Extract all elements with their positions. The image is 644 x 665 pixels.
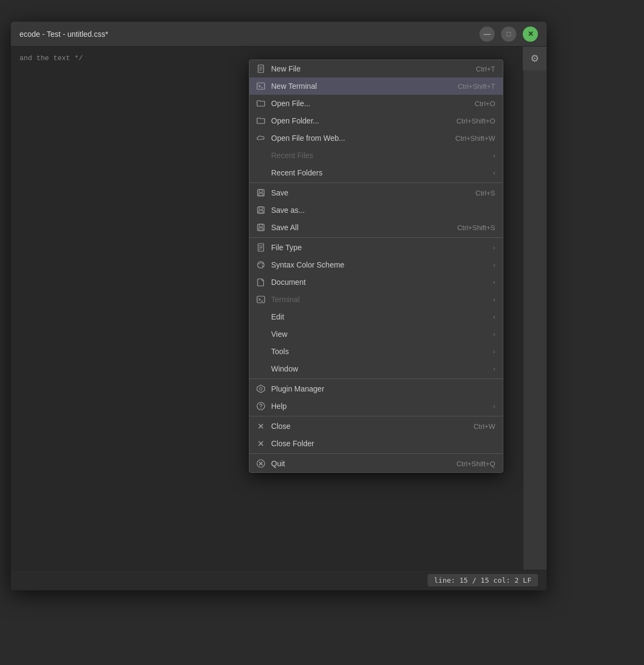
- plugin-icon: [256, 384, 266, 394]
- no-icon: [256, 347, 266, 356]
- menu-item-view[interactable]: View›: [249, 325, 503, 343]
- statusbar: line: 15 / 15 col: 2 LF: [11, 570, 547, 590]
- menu-item-plugin-manager[interactable]: Plugin Manager: [249, 380, 503, 397]
- menu-separator: [249, 237, 503, 238]
- menu-item-arrow: ›: [493, 348, 495, 355]
- cloud-icon: [256, 133, 266, 143]
- svg-point-20: [259, 263, 260, 264]
- svg-point-21: [260, 263, 261, 264]
- menu-item-label: Save as...: [271, 206, 495, 214]
- minimize-button[interactable]: —: [479, 27, 495, 42]
- close-x-icon: [256, 439, 266, 448]
- menu-item-open-file[interactable]: Open File...Ctrl+O: [249, 95, 503, 112]
- svg-rect-11: [259, 211, 263, 213]
- menu-item-save[interactable]: SaveCtrl+S: [249, 184, 503, 201]
- menu-item-open-folder[interactable]: Open Folder...Ctrl+Shift+O: [249, 112, 503, 129]
- terminal-icon: [256, 81, 266, 91]
- menu-item-label: Open Folder...: [271, 116, 451, 125]
- no-icon: [256, 364, 266, 374]
- menu-item-label: Plugin Manager: [271, 384, 495, 393]
- titlebar: ecode - Test - untitled.css* — □ ✕: [11, 22, 547, 47]
- menu-item-label: Help: [271, 402, 484, 410]
- palette-icon: [256, 260, 266, 270]
- menu-item-label: Open File from Web...: [271, 134, 450, 142]
- menu-item-document[interactable]: Document›: [249, 273, 503, 291]
- menu-item-quit[interactable]: QuitCtrl+Shift+Q: [249, 455, 503, 472]
- menu-item-arrow: ›: [493, 169, 495, 176]
- no-icon: [256, 312, 266, 322]
- menu-item-label: Open File...: [271, 99, 469, 108]
- svg-marker-26: [257, 385, 265, 393]
- menu-item-syntax-color[interactable]: Syntax Color Scheme›: [249, 256, 503, 273]
- menu-item-arrow: ›: [493, 403, 495, 409]
- svg-rect-7: [259, 190, 262, 192]
- menu-item-arrow: ›: [493, 366, 495, 372]
- maximize-button[interactable]: □: [501, 27, 516, 42]
- menu-item-open-file-web[interactable]: Open File from Web...Ctrl+Shift+W: [249, 129, 503, 147]
- save-icon: [256, 223, 266, 232]
- close-button[interactable]: ✕: [523, 27, 538, 42]
- menu-item-arrow: ›: [493, 152, 495, 159]
- menu-item-shortcut: Ctrl+S: [476, 189, 495, 197]
- menu-item-shortcut: Ctrl+Shift+T: [458, 82, 495, 90]
- status-text: line: 15 / 15 col: 2 LF: [428, 574, 538, 586]
- save-icon: [256, 205, 266, 215]
- menu-item-label: Recent Folders: [271, 168, 484, 177]
- menu-item-shortcut: Ctrl+T: [476, 65, 495, 73]
- gear-icon: ⚙: [530, 53, 539, 64]
- menu-item-arrow: ›: [493, 314, 495, 320]
- menu-item-label: Recent Files: [271, 151, 484, 160]
- menu-item-recent-folders[interactable]: Recent Folders›: [249, 164, 503, 181]
- menu-separator: [249, 416, 503, 416]
- menu-item-label: Save All: [271, 223, 452, 232]
- menu-item-terminal-sub: Terminal›: [249, 291, 503, 308]
- right-sidebar: [523, 70, 547, 590]
- menu-item-arrow: ›: [493, 331, 495, 337]
- menu-item-window[interactable]: Window›: [249, 360, 503, 377]
- svg-rect-8: [259, 193, 263, 195]
- svg-point-22: [262, 263, 263, 264]
- menu-item-edit[interactable]: Edit›: [249, 308, 503, 325]
- svg-rect-14: [259, 228, 263, 230]
- close-x-icon: [256, 421, 266, 431]
- menu-item-shortcut: Ctrl+O: [475, 100, 495, 108]
- menu-item-file-type[interactable]: File Type›: [249, 239, 503, 256]
- svg-rect-13: [259, 224, 262, 227]
- menu-item-recent-files: Recent Files›: [249, 147, 503, 164]
- file-icon: [256, 64, 266, 74]
- menu-item-label: Quit: [271, 459, 451, 468]
- menu-separator: [249, 379, 503, 379]
- folder-icon: [256, 116, 266, 126]
- menu-item-shortcut: Ctrl+Shift+O: [456, 117, 495, 125]
- quit-icon: [256, 459, 266, 468]
- menu-item-new-terminal[interactable]: New TerminalCtrl+Shift+T: [249, 77, 503, 95]
- menu-item-arrow: ›: [493, 296, 495, 303]
- menu-item-save-all[interactable]: Save AllCtrl+Shift+S: [249, 219, 503, 236]
- menu-item-new-file[interactable]: New FileCtrl+T: [249, 60, 503, 77]
- svg-point-23: [262, 265, 263, 266]
- menu-item-label: View: [271, 330, 484, 338]
- menu-item-close-folder[interactable]: Close Folder: [249, 435, 503, 452]
- no-icon: [256, 168, 266, 178]
- menu-item-shortcut: Ctrl+W: [474, 422, 495, 431]
- menu-item-label: Syntax Color Scheme: [271, 260, 484, 269]
- menu-item-save-as[interactable]: Save as...: [249, 201, 503, 219]
- menu-item-label: Edit: [271, 312, 484, 321]
- window-title: ecode - Test - untitled.css*: [19, 30, 473, 38]
- menu-item-arrow: ›: [493, 262, 495, 268]
- menu-item-label: Terminal: [271, 295, 484, 304]
- help-icon: [256, 401, 266, 411]
- menu-item-close[interactable]: CloseCtrl+W: [249, 418, 503, 435]
- terminal-icon: [256, 295, 266, 304]
- svg-point-27: [260, 388, 262, 390]
- menu-item-shortcut: Ctrl+Shift+Q: [456, 460, 495, 468]
- menu-item-help[interactable]: Help›: [249, 397, 503, 415]
- file-menu: New FileCtrl+T New TerminalCtrl+Shift+T …: [249, 60, 503, 473]
- save-icon: [256, 188, 266, 198]
- gear-button[interactable]: ⚙: [523, 47, 547, 70]
- menu-item-label: New Terminal: [271, 82, 452, 90]
- menu-item-label: Save: [271, 188, 470, 197]
- no-icon: [256, 151, 266, 160]
- menu-item-tools[interactable]: Tools›: [249, 343, 503, 360]
- code-comment: and the text */: [19, 54, 83, 62]
